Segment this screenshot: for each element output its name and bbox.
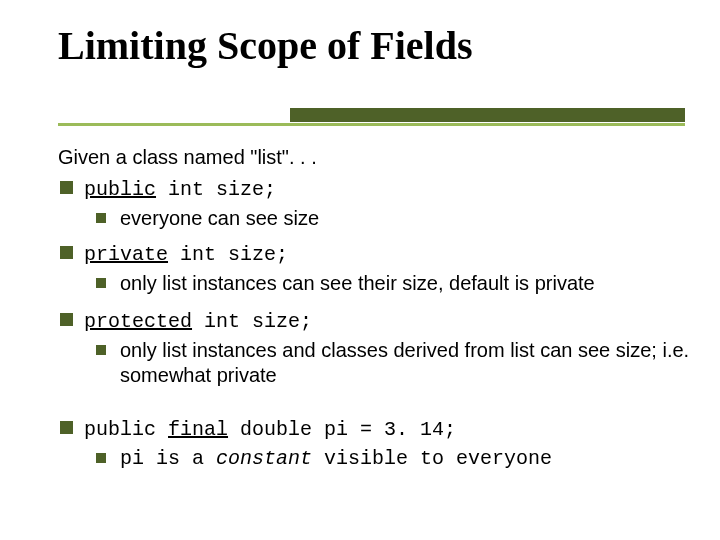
keyword-private: private (84, 243, 168, 266)
bullet-protected-desc: only list instances and classes derived … (58, 338, 698, 388)
keyword-public: public (84, 178, 156, 201)
bullet-private: private int size; (58, 241, 698, 267)
final-desc-constant: constant (216, 447, 312, 470)
code-protected-rest: int size; (192, 310, 312, 333)
bullet-private-desc: only list instances can see their size, … (58, 271, 698, 296)
title-bar-light (58, 123, 685, 126)
code-final-prefix: public (84, 418, 168, 441)
bullet-final: public final double pi = 3. 14; (58, 416, 698, 442)
slide: Limiting Scope of Fields Given a class n… (0, 0, 720, 540)
bullet-final-desc: pi is a constant visible to everyone (58, 446, 698, 471)
slide-body: Given a class named "list". . . public i… (58, 145, 698, 481)
code-final-rest: double pi = 3. 14; (228, 418, 456, 441)
final-desc-before: pi is a (120, 447, 216, 470)
code-public-rest: int size; (156, 178, 276, 201)
bullet-public-desc: everyone can see size (58, 206, 698, 231)
intro-text: Given a class named "list". . . (58, 145, 698, 170)
slide-title: Limiting Scope of Fields (58, 22, 472, 69)
code-private-rest: int size; (168, 243, 288, 266)
bullet-protected: protected int size; (58, 308, 698, 334)
keyword-final: final (168, 418, 228, 441)
final-desc-after: visible to everyone (312, 447, 552, 470)
bullet-public: public int size; (58, 176, 698, 202)
title-bar-dark (290, 108, 685, 122)
keyword-protected: protected (84, 310, 192, 333)
